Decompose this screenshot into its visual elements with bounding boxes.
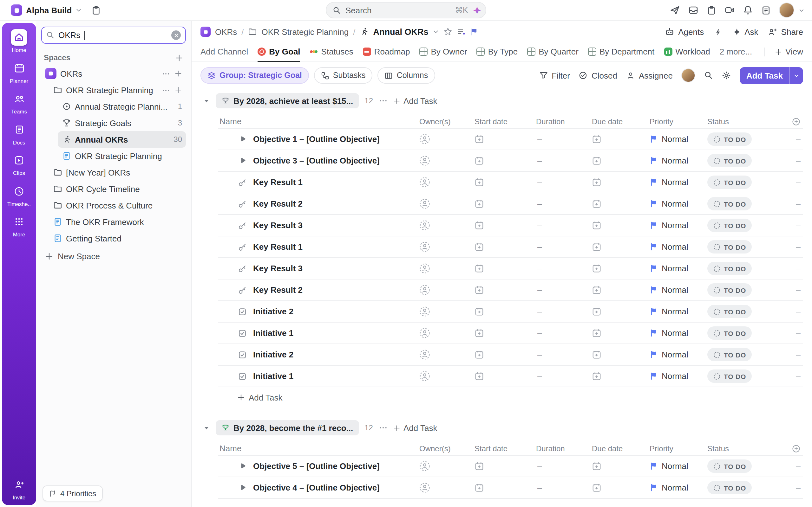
table-row[interactable]: Key Result 3 – Normal: [218, 258, 803, 279]
column-header-priority[interactable]: Priority: [650, 117, 707, 126]
owner-cell[interactable]: [419, 241, 474, 252]
status-badge[interactable]: TO DO: [707, 305, 752, 318]
column-header-owner[interactable]: Owner(s): [419, 117, 474, 126]
priorities-badge[interactable]: 4 Priorities: [43, 486, 102, 501]
table-row[interactable]: Objective 1 – [Outline Objective] – Norm…: [218, 129, 803, 150]
start-date-cell[interactable]: [474, 242, 536, 251]
sidebar-list-item[interactable]: OKR Process & Culture: [49, 197, 186, 214]
add-task-row[interactable]: Add Task: [218, 387, 803, 407]
group-add-task-button[interactable]: Add Task: [393, 423, 438, 433]
table-row[interactable]: Key Result 2 – Normal: [218, 279, 803, 301]
priority-cell[interactable]: Normal: [650, 134, 707, 144]
start-date-cell[interactable]: [474, 285, 536, 295]
group-title-chip[interactable]: By 2028, become the #1 reco...: [216, 420, 359, 435]
view-tab[interactable]: By Quarter: [527, 42, 578, 61]
task-name[interactable]: Objective 3 – [Outline Objective]: [253, 156, 380, 165]
add-column-button[interactable]: [785, 117, 803, 126]
column-header-duration[interactable]: Duration: [536, 117, 592, 126]
status-badge[interactable]: TO DO: [707, 262, 752, 275]
due-date-cell[interactable]: [592, 461, 650, 471]
status-badge[interactable]: TO DO: [707, 176, 752, 189]
due-date-cell[interactable]: [592, 307, 650, 316]
task-name-cell[interactable]: Key Result 2: [218, 199, 419, 209]
duration-cell[interactable]: –: [536, 285, 592, 295]
start-date-cell[interactable]: [474, 483, 536, 493]
rail-item-timesheets[interactable]: Timeshe..: [7, 183, 31, 207]
column-header-start[interactable]: Start date: [474, 444, 536, 453]
columns-button[interactable]: Columns: [378, 67, 435, 83]
group-menu-icon[interactable]: [379, 96, 388, 105]
sidebar-list-item[interactable]: Strategic Goals 3: [58, 115, 186, 131]
priority-cell[interactable]: Normal: [650, 177, 707, 187]
due-date-cell[interactable]: [592, 199, 650, 209]
status-cell[interactable]: TO DO: [707, 176, 785, 189]
view-tab[interactable]: By Owner: [420, 42, 467, 61]
task-name[interactable]: Initiative 1: [253, 328, 293, 338]
view-tab[interactable]: By Type: [477, 42, 518, 61]
rail-item-more[interactable]: More: [11, 214, 27, 237]
status-badge[interactable]: TO DO: [707, 197, 752, 210]
view-tab[interactable]: Statuses: [310, 42, 353, 61]
due-date-cell[interactable]: [592, 242, 650, 251]
start-date-cell[interactable]: [474, 177, 536, 187]
sidebar-list-item[interactable]: Annual OKRs 30: [58, 131, 186, 148]
priority-cell[interactable]: Normal: [650, 372, 707, 381]
plus-icon[interactable]: [174, 70, 182, 77]
status-badge[interactable]: TO DO: [707, 459, 752, 473]
clear-search-button[interactable]: [171, 31, 181, 40]
status-cell[interactable]: TO DO: [707, 326, 785, 340]
add-space-icon[interactable]: [175, 54, 183, 62]
sidebar-list-item[interactable]: OKR Cycle Timeline: [49, 181, 186, 197]
start-date-cell[interactable]: [474, 350, 536, 359]
task-name-cell[interactable]: Initiative 2: [218, 349, 419, 360]
priority-cell[interactable]: Normal: [650, 242, 707, 251]
task-name-cell[interactable]: Objective 3 – [Outline Objective]: [218, 156, 419, 166]
task-name[interactable]: Initiative 2: [253, 350, 293, 359]
task-name[interactable]: Initiative 2: [253, 307, 293, 316]
duration-cell[interactable]: –: [536, 483, 592, 493]
duration-cell[interactable]: –: [536, 199, 592, 209]
status-cell[interactable]: TO DO: [707, 262, 785, 275]
collapse-caret-icon[interactable]: [203, 97, 210, 104]
view-tab[interactable]: By Department: [588, 42, 654, 61]
plus-icon[interactable]: [174, 86, 182, 94]
column-header-status[interactable]: Status: [707, 444, 785, 453]
list-view-icon[interactable]: [457, 27, 466, 36]
add-task-button[interactable]: Add Task: [740, 67, 803, 84]
add-view-button[interactable]: View: [774, 47, 803, 56]
status-badge[interactable]: TO DO: [707, 348, 752, 361]
column-header-name[interactable]: Name: [218, 117, 419, 126]
more-views-button[interactable]: 2 more...: [720, 47, 752, 56]
owner-cell[interactable]: [419, 263, 474, 274]
status-badge[interactable]: TO DO: [707, 132, 752, 146]
column-header-start[interactable]: Start date: [474, 117, 536, 126]
task-name[interactable]: Key Result 1: [253, 242, 303, 251]
duration-cell[interactable]: –: [536, 328, 592, 338]
sidebar-list-item[interactable]: OKR Strategic Planning: [58, 148, 186, 164]
closed-button[interactable]: Closed: [579, 71, 617, 80]
column-header-due[interactable]: Due date: [592, 444, 650, 453]
ellipsis-icon[interactable]: [162, 86, 170, 94]
start-date-cell[interactable]: [474, 372, 536, 381]
task-name[interactable]: Key Result 2: [253, 199, 303, 209]
column-header-name[interactable]: Name: [218, 444, 419, 453]
status-cell[interactable]: TO DO: [707, 481, 785, 494]
owner-cell[interactable]: [419, 349, 474, 360]
task-name-cell[interactable]: Key Result 2: [218, 285, 419, 295]
task-name[interactable]: Objective 4 – [Outline Objective]: [253, 483, 380, 493]
task-name[interactable]: Objective 1 – [Outline Objective]: [253, 134, 380, 144]
task-name[interactable]: Key Result 2: [253, 285, 303, 295]
status-badge[interactable]: TO DO: [707, 370, 752, 383]
rail-item-teams[interactable]: Teams: [11, 91, 27, 114]
table-row[interactable]: Key Result 1 – Normal: [218, 172, 803, 193]
sidebar-list-item[interactable]: [New Year] OKRs: [49, 164, 186, 181]
flag-icon[interactable]: [470, 27, 478, 36]
due-date-cell[interactable]: [592, 328, 650, 338]
start-date-cell[interactable]: [474, 328, 536, 338]
sidebar-list-item[interactable]: Getting Started: [49, 230, 186, 246]
status-cell[interactable]: TO DO: [707, 132, 785, 146]
table-row[interactable]: Objective 5 – [Outline Objective] – Norm…: [218, 456, 803, 477]
start-date-cell[interactable]: [474, 134, 536, 144]
gear-icon[interactable]: [722, 71, 731, 80]
workspace-switcher[interactable]: Alpha Build: [8, 3, 85, 18]
